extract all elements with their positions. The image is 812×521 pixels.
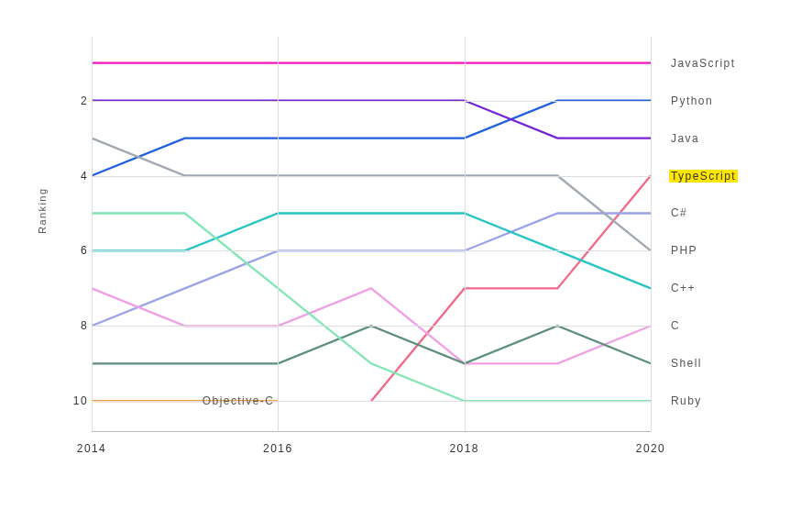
series-line (371, 176, 651, 402)
gridline-h (92, 401, 651, 402)
gridline-v (465, 37, 466, 431)
series-label: Java (669, 132, 701, 145)
chart-container: Ranking 2468102014201620182020JavaScript… (0, 0, 812, 521)
series-label: PHP (669, 244, 699, 257)
y-tick-label: 8 (71, 319, 88, 332)
series-label: Python (669, 94, 715, 107)
y-tick-label: 2 (71, 94, 88, 107)
chart-lines (92, 37, 651, 431)
gridline-h (92, 176, 651, 177)
series-line (92, 214, 651, 402)
x-tick-label: 2020 (636, 442, 665, 455)
gridline-v (278, 37, 279, 431)
series-line (92, 214, 651, 327)
series-label: C# (669, 206, 689, 219)
series-label: TypeScript (669, 170, 738, 183)
gridline-v (92, 37, 93, 431)
series-label-internal: Objective-C (203, 394, 279, 407)
x-tick-label: 2016 (263, 442, 292, 455)
series-line (92, 326, 651, 363)
x-tick-label: 2014 (77, 442, 106, 455)
series-label: JavaScript (669, 57, 737, 70)
y-tick-label: 6 (71, 244, 88, 257)
gridline-v (651, 37, 652, 431)
y-axis-label: Ranking (37, 188, 48, 234)
series-label: Ruby (669, 394, 704, 407)
x-tick-label: 2018 (449, 442, 478, 455)
series-label: C (669, 319, 682, 332)
y-tick-label: 4 (71, 170, 88, 183)
series-label: C++ (669, 282, 697, 294)
y-tick-label: 10 (71, 394, 88, 407)
plot-area (92, 37, 651, 432)
gridline-h (92, 101, 651, 102)
series-line (92, 101, 651, 139)
series-label: Shell (669, 357, 704, 370)
gridline-h (92, 326, 651, 327)
gridline-h (92, 250, 651, 251)
series-line (92, 139, 651, 251)
